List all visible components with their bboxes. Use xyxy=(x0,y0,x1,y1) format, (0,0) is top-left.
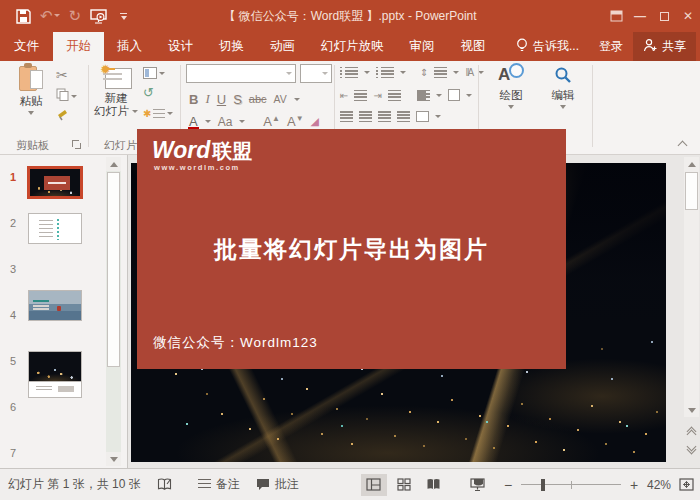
font-color-button[interactable]: A xyxy=(189,114,198,129)
copy-button[interactable] xyxy=(56,88,77,104)
tab-design[interactable]: 设计 xyxy=(155,32,206,61)
clear-formatting-icon[interactable]: ◢ xyxy=(311,115,319,128)
increase-indent-icon[interactable]: ⇥ xyxy=(373,90,381,101)
reset-button[interactable]: ↺ xyxy=(143,87,154,99)
decrease-indent-icon[interactable]: ⇤ xyxy=(340,90,348,101)
thumbnail-scroll-up-icon[interactable] xyxy=(106,157,121,171)
drawing-group-button[interactable]: A 绘图 xyxy=(488,63,534,109)
strikethrough-button[interactable]: abc xyxy=(249,93,267,105)
bold-button[interactable]: B xyxy=(189,92,198,107)
proofing-button[interactable] xyxy=(157,478,172,491)
font-size-combobox[interactable] xyxy=(300,64,332,83)
minimize-button[interactable]: — xyxy=(628,0,652,32)
italic-button[interactable]: I xyxy=(205,91,209,107)
zoom-slider[interactable] xyxy=(521,478,621,492)
fit-to-window-icon[interactable] xyxy=(679,478,694,491)
slideshow-view-button[interactable] xyxy=(465,474,491,496)
reading-view-button[interactable] xyxy=(421,474,447,496)
tab-review[interactable]: 审阅 xyxy=(397,32,448,61)
paste-button[interactable]: 粘贴 xyxy=(8,63,54,115)
slide-thumbnail-2[interactable] xyxy=(28,213,82,244)
thumbnail-scroll-down-icon[interactable] xyxy=(106,452,121,466)
copy-dropdown-icon[interactable] xyxy=(71,95,77,98)
slide-thumbnail-5[interactable] xyxy=(28,351,82,382)
canvas-scrollbar[interactable] xyxy=(684,157,699,417)
zoom-out-button[interactable]: − xyxy=(503,477,513,493)
convert-smartart-dropdown-icon[interactable] xyxy=(435,115,441,118)
thumbnail-scrollbar[interactable] xyxy=(106,157,121,466)
sign-in-button[interactable]: 登录 xyxy=(589,32,633,61)
align-left-icon[interactable] xyxy=(340,111,353,122)
zoom-in-button[interactable]: + xyxy=(629,477,639,493)
align-text-dropdown-icon[interactable] xyxy=(466,94,472,97)
align-center-icon[interactable] xyxy=(359,111,372,122)
text-direction-dropdown-icon[interactable] xyxy=(478,71,484,74)
notes-button[interactable]: 备注 xyxy=(198,476,240,493)
convert-smartart-icon[interactable] xyxy=(416,111,429,122)
align-right-icon[interactable] xyxy=(378,111,391,122)
paste-dropdown-icon[interactable] xyxy=(28,111,34,115)
align-text-icon[interactable] xyxy=(448,89,460,101)
layout-button[interactable] xyxy=(143,67,165,79)
normal-view-button[interactable] xyxy=(361,474,387,496)
share-button[interactable]: 共享 xyxy=(633,32,696,61)
bullets-icon[interactable] xyxy=(345,67,358,78)
editing-group-button[interactable]: 编辑 xyxy=(540,63,586,109)
save-icon[interactable] xyxy=(16,9,31,24)
justify-icon[interactable] xyxy=(397,111,410,122)
change-case-dropdown-icon[interactable] xyxy=(239,120,245,123)
maximize-button[interactable] xyxy=(652,0,676,32)
change-case-button[interactable]: Aa xyxy=(218,115,233,129)
start-slideshow-icon[interactable] xyxy=(90,9,107,24)
tab-view[interactable]: 视图 xyxy=(448,32,499,61)
slide-thumbnail-1[interactable] xyxy=(28,167,82,198)
columns-icon[interactable] xyxy=(417,90,430,101)
ribbon-display-options-button[interactable] xyxy=(604,0,628,32)
columns-dropdown-icon[interactable] xyxy=(436,94,442,97)
underline-button[interactable]: U xyxy=(217,92,226,107)
canvas-scroll-down-icon[interactable] xyxy=(684,403,699,417)
font-color-dropdown-icon[interactable] xyxy=(205,120,211,123)
next-slide-button[interactable] xyxy=(684,442,699,458)
tab-animations[interactable]: 动画 xyxy=(257,32,308,61)
line-spacing-dropdown-icon[interactable] xyxy=(453,71,459,74)
character-spacing-button[interactable]: AV xyxy=(274,93,287,105)
previous-slide-button[interactable] xyxy=(684,423,699,439)
text-shadow-button[interactable]: S xyxy=(233,92,242,107)
clipboard-dialog-launcher-icon[interactable] xyxy=(72,140,81,149)
numbering-icon[interactable] xyxy=(381,67,394,78)
close-button[interactable]: ✕ xyxy=(676,0,700,32)
tab-insert[interactable]: 插入 xyxy=(104,32,155,61)
canvas-scrollbar-thumb[interactable] xyxy=(685,172,698,210)
bullets-dropdown-icon[interactable] xyxy=(364,71,370,74)
tab-slideshow[interactable]: 幻灯片放映 xyxy=(308,32,397,61)
new-slide-button[interactable]: ✹ 新建 幻灯片 xyxy=(92,63,140,118)
slide-sorter-view-button[interactable] xyxy=(391,474,417,496)
tell-me-button[interactable]: 告诉我... xyxy=(506,32,589,61)
cut-button[interactable]: ✂ xyxy=(56,67,68,83)
text-direction-icon[interactable]: ‖A xyxy=(465,67,472,78)
customize-qat-dropdown-icon[interactable] xyxy=(120,13,127,20)
section-button[interactable]: ✱ xyxy=(143,108,173,119)
tab-home[interactable]: 开始 xyxy=(53,32,104,61)
comments-button[interactable]: 批注 xyxy=(256,476,299,493)
new-slide-dropdown-icon[interactable] xyxy=(132,110,138,113)
numbering-dropdown-icon[interactable] xyxy=(400,71,406,74)
zoom-slider-handle[interactable] xyxy=(541,479,545,491)
character-spacing-dropdown-icon[interactable] xyxy=(294,98,300,101)
collapse-ribbon-icon[interactable] xyxy=(679,139,688,145)
zoom-percentage[interactable]: 42% xyxy=(647,478,671,492)
decrease-font-size-button[interactable]: A▼ xyxy=(287,114,304,129)
undo-button[interactable]: ↶ xyxy=(40,9,60,23)
tab-file[interactable]: 文件 xyxy=(0,32,53,61)
thumbnail-scrollbar-thumb[interactable] xyxy=(107,172,120,367)
font-name-combobox[interactable] xyxy=(186,64,296,83)
line-spacing-icon[interactable]: ⇕ xyxy=(420,67,428,78)
redo-icon[interactable]: ↻ xyxy=(69,9,82,23)
canvas-scroll-up-icon[interactable] xyxy=(684,157,699,171)
tab-transitions[interactable]: 切换 xyxy=(206,32,257,61)
slide-thumbnail-3[interactable] xyxy=(28,290,82,321)
increase-font-size-button[interactable]: A▲ xyxy=(263,114,280,129)
undo-dropdown-icon[interactable] xyxy=(54,14,60,17)
format-painter-button[interactable] xyxy=(56,108,69,124)
